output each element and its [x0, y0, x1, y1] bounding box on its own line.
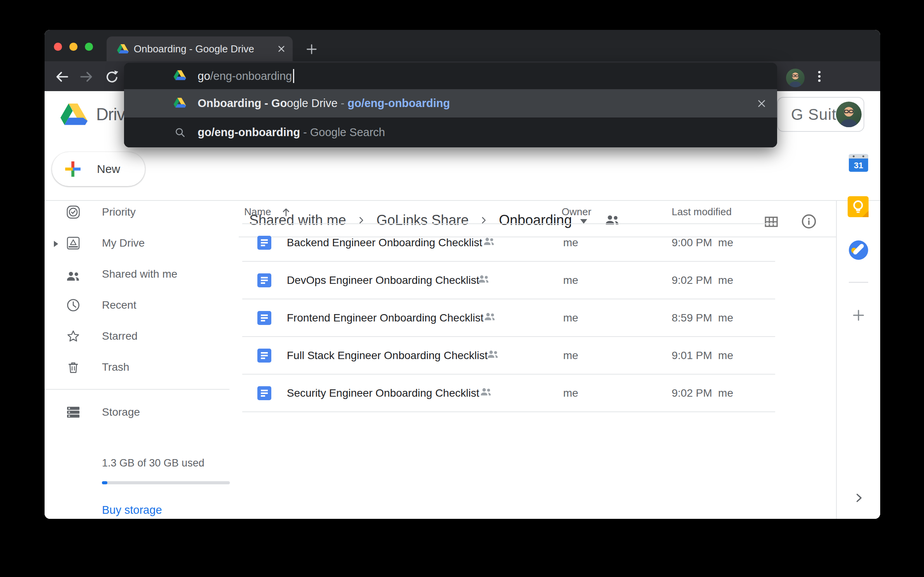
trash-icon [66, 360, 80, 374]
text-caret [293, 69, 294, 83]
file-modified: 9:00 PM me [672, 224, 733, 261]
shared-indicator-icon [484, 313, 496, 321]
suggestion-drive-result[interactable]: Onboarding - Google Drive - go/eng-onboa… [124, 89, 777, 117]
sort-ascending-arrow-icon[interactable] [280, 206, 292, 218]
search-icon [174, 127, 186, 138]
sidebar-divider [45, 389, 229, 390]
google-docs-icon [257, 311, 271, 325]
file-owner: me [563, 262, 578, 299]
my-drive-icon [66, 236, 80, 250]
close-window-button[interactable] [54, 43, 62, 51]
storage-icon [66, 405, 80, 419]
recent-clock-icon [66, 298, 80, 312]
file-modified: 8:59 PM me [672, 299, 733, 337]
google-docs-icon [257, 236, 271, 250]
tasks-icon [848, 239, 869, 261]
new-button-label: New [97, 152, 120, 186]
storage-usage-text: 1.3 GB of 30 GB used [102, 457, 204, 469]
desktop-background: Onboarding - Google Drive Drive [0, 0, 924, 577]
keep-app-button[interactable] [848, 196, 869, 217]
google-docs-icon [257, 273, 271, 287]
tab-close-icon[interactable] [277, 45, 286, 53]
collapse-side-panel-chevron-icon[interactable] [852, 491, 865, 504]
drive-favicon-icon [174, 70, 186, 80]
side-panel-icons-divider [849, 282, 868, 283]
window-titlebar[interactable]: Onboarding - Google Drive [45, 30, 880, 61]
browser-window: Onboarding - Google Drive Drive [45, 30, 880, 519]
column-header-owner[interactable]: Owner [562, 200, 591, 223]
shared-indicator-icon [480, 388, 492, 396]
column-header-last-modified[interactable]: Last modified [672, 200, 732, 223]
shared-indicator-icon [478, 275, 490, 283]
new-tab-button[interactable] [305, 43, 318, 56]
tasks-app-button[interactable] [848, 239, 869, 261]
minimize-window-button[interactable] [69, 43, 78, 51]
zoom-window-button[interactable] [85, 43, 93, 51]
google-docs-icon [257, 386, 271, 400]
forward-button[interactable] [79, 69, 95, 85]
priority-icon [66, 205, 80, 219]
shared-indicator-icon [483, 237, 495, 246]
shared-with-me-icon [66, 269, 80, 283]
sidebar-item-my-drive[interactable]: My Drive [45, 228, 227, 259]
storage-progress-bar [102, 481, 230, 484]
file-row[interactable]: Backend Engineer Onboarding Checklist me… [242, 224, 775, 261]
omnibox-input[interactable]: go/eng-onboarding [198, 63, 294, 89]
drive-favicon-icon [174, 98, 186, 108]
browser-menu-kebab-icon[interactable] [814, 70, 825, 83]
sidebar-item-trash[interactable]: Trash [45, 352, 227, 383]
info-button[interactable] [801, 213, 817, 230]
keep-icon [848, 196, 869, 217]
column-header-name[interactable]: Name [244, 200, 271, 223]
new-plus-icon [64, 161, 81, 178]
file-owner: me [563, 224, 578, 261]
file-row[interactable]: DevOps Engineer Onboarding Checklist me … [242, 262, 775, 299]
side-panel-divider [836, 200, 837, 519]
storage-progress-fill [102, 481, 107, 484]
sidebar-item-storage[interactable]: Storage [45, 397, 227, 428]
file-owner: me [563, 375, 578, 412]
google-drive-page: Drive G Suite New Priority My Drive [45, 91, 880, 519]
buy-storage-link[interactable]: Buy storage [102, 504, 162, 517]
file-modified: 9:02 PM me [672, 262, 733, 299]
remove-suggestion-close-icon[interactable] [757, 98, 767, 109]
file-modified: 9:01 PM me [672, 337, 733, 374]
tab-title: Onboarding - Google Drive [134, 36, 254, 61]
omnibox-dropdown: go/eng-onboarding Onboarding - Google Dr… [124, 63, 777, 147]
reload-button[interactable] [104, 69, 120, 85]
calendar-icon: 31 [848, 151, 869, 173]
expand-my-drive-icon[interactable] [54, 241, 58, 247]
file-modified: 9:02 PM me [672, 375, 733, 412]
file-row[interactable]: Frontend Engineer Onboarding Checklist m… [242, 299, 775, 337]
file-owner: me [563, 299, 578, 337]
google-docs-icon [257, 349, 271, 363]
sidebar-item-starred[interactable]: Starred [45, 321, 227, 352]
sidebar-item-shared-with-me[interactable]: Shared with me [45, 259, 227, 290]
browser-tab[interactable]: Onboarding - Google Drive [107, 36, 293, 61]
omnibox-url-row[interactable]: go/eng-onboarding [124, 63, 777, 89]
shared-indicator-icon [487, 350, 499, 359]
drive-favicon-icon [117, 44, 129, 54]
suggestion-google-search[interactable]: go/eng-onboarding - Google Search [124, 117, 777, 147]
gsuite-account-chip[interactable]: G Suite [777, 97, 864, 132]
sidebar-item-recent[interactable]: Recent [45, 290, 227, 321]
sidebar-item-priority[interactable]: Priority [45, 197, 227, 228]
starred-star-icon [66, 329, 80, 343]
google-drive-logo-icon [60, 104, 88, 125]
svg-text:31: 31 [854, 161, 863, 170]
calendar-app-button[interactable]: 31 [848, 151, 869, 173]
browser-profile-avatar[interactable] [786, 69, 805, 87]
file-owner: me [563, 337, 578, 374]
account-avatar[interactable] [836, 102, 862, 127]
get-add-ons-plus-button[interactable] [851, 308, 866, 323]
new-button[interactable]: New [52, 152, 145, 186]
back-button[interactable] [54, 69, 69, 85]
file-row[interactable]: Security Engineer Onboarding Checklist m… [242, 375, 775, 412]
file-row[interactable]: Full Stack Engineer Onboarding Checklist… [242, 337, 775, 374]
